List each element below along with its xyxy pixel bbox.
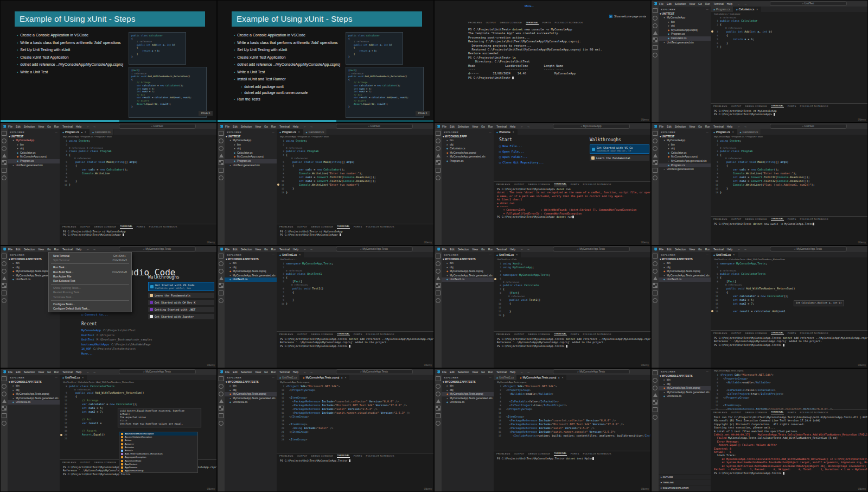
back-arrow-icon[interactable]: ←	[86, 370, 90, 374]
recent-item[interactable]: bootcampOAuthAppsC:\Projects\OAuthWebPag…	[81, 343, 152, 346]
code-editor[interactable]: 1using Xunit;2using MyConsoleApp;34names…	[494, 261, 650, 331]
walkthrough-card[interactable]: Learn the Fundamentals	[148, 293, 214, 298]
menu-help[interactable]: Help	[727, 125, 732, 128]
testing-icon[interactable]	[653, 45, 658, 50]
menu-edit[interactable]: Edit	[450, 248, 455, 251]
source-control-icon[interactable]	[2, 392, 7, 396]
tab-program-cs[interactable]: ◆Program.cs×	[711, 129, 737, 135]
tree-item-myconsoleapp[interactable]: ▾MyConsoleApp	[8, 138, 60, 143]
panel-tab-output[interactable]: OUTPUT	[297, 455, 308, 457]
video-progress-bar[interactable]	[1, 120, 216, 122]
menu-file[interactable]: File	[659, 125, 663, 128]
menu-item-run-selected-text[interactable]: Run Selected Text	[49, 279, 131, 283]
forward-arrow-icon[interactable]: →	[744, 248, 747, 251]
menu-terminal[interactable]: Terminal	[496, 125, 507, 128]
terminal-output[interactable]: PS C:\Projects\UnitTest> cd MyConsoleApp…	[60, 229, 216, 237]
tree-item-unittest1.cs[interactable]: ◆UnitTest1.cs	[442, 400, 494, 405]
tree-item-myconsoleapp.tests.generated.sln[interactable]: ▪MyConsoleApp.Tests.generated.sln	[659, 390, 711, 395]
menu-go[interactable]: Go	[264, 370, 268, 374]
panel-tab-output[interactable]: OUTPUT	[514, 183, 525, 186]
tab-program-cs[interactable]: ◆Program.cs●×	[60, 129, 90, 135]
testing-icon[interactable]	[436, 168, 441, 173]
back-arrow-icon[interactable]: ←	[520, 248, 524, 251]
code-editor[interactable]: 1<Project Sdk="Microsoft.NET.Sdk">10 </P…	[277, 384, 433, 453]
command-center-search[interactable]: ⌕ MyConsoleApp.Tests	[770, 247, 847, 251]
explorer-icon[interactable]	[2, 131, 7, 136]
tree-item-unittest.generated.sln[interactable]: ▪UnitTest.generated.sln	[659, 167, 711, 172]
panel-tab-debug-console[interactable]: DEBUG CONSOLE	[745, 218, 767, 220]
menu-help[interactable]: Help	[727, 2, 732, 5]
forward-arrow-icon[interactable]: →	[93, 125, 96, 128]
menu-edit[interactable]: Edit	[16, 125, 21, 128]
panel-tab-problems[interactable]: PROBLEMS	[62, 461, 76, 464]
search-icon[interactable]	[653, 138, 658, 143]
remote-icon[interactable]	[219, 298, 224, 303]
tree-item-program.cs[interactable]: ◆Program.cs	[659, 32, 711, 36]
extensions-icon[interactable]	[436, 283, 441, 288]
explorer-icon[interactable]	[436, 131, 441, 136]
explorer-icon[interactable]	[219, 131, 224, 136]
menu-run[interactable]: Run	[705, 2, 710, 5]
breadcrumb[interactable]: MyConsoleApp.Tests.csproj	[277, 380, 433, 384]
menu-go[interactable]: Go	[264, 125, 268, 128]
tab-close-icon[interactable]: ×	[82, 376, 84, 379]
search-icon[interactable]	[653, 378, 658, 383]
menu-view[interactable]: View	[255, 248, 261, 251]
extensions-icon[interactable]	[653, 160, 658, 165]
tab-calculator-cs[interactable]: ◆Calculator.cs	[90, 129, 114, 135]
breadcrumb[interactable]: UnitTest1.cs › CalculatorTests › Add_Wit…	[60, 380, 216, 384]
tree-item-bin[interactable]: ▸bin	[659, 20, 711, 24]
frame-slide-steps-2[interactable]: Example of Using xUnit - Steps▪Create a …	[217, 0, 434, 123]
menu-help[interactable]: Help	[76, 125, 81, 128]
search-icon[interactable]	[219, 384, 224, 389]
code-editor[interactable]: 0 references1public class Calculator2{ 0…	[711, 16, 867, 103]
remote-icon[interactable]	[2, 175, 7, 180]
more-actions-icon[interactable]: ⋯	[489, 376, 492, 379]
source-control-icon[interactable]	[653, 23, 658, 28]
menu-item-run-build-task-[interactable]: Run Build Task...Ctrl+Shift+B	[49, 270, 131, 274]
run-debug-icon[interactable]	[653, 31, 658, 35]
code-editor[interactable]: Start▢New File...▢Open File...▢Open Fold…	[494, 135, 650, 181]
recent-item[interactable]: UnitTestM:\Developer_Bootcamp\code_sampl…	[81, 338, 152, 341]
tab-myconsoleapp-tests-csproj[interactable]: ◆MyConsoleApp.Tests.csproj●×	[517, 375, 566, 380]
remote-icon[interactable]	[653, 298, 658, 303]
menu-item-configure-tasks-[interactable]: Configure Tasks...	[49, 302, 131, 306]
panel-tab-problems[interactable]: PROBLEMS	[468, 21, 482, 25]
run-debug-icon[interactable]	[436, 276, 441, 280]
panel-tab-output[interactable]: OUTPUT	[486, 21, 496, 25]
source-control-icon[interactable]	[436, 146, 441, 151]
menu-file[interactable]: File	[659, 2, 663, 5]
panel-tab-terminal[interactable]: TERMINAL	[771, 331, 784, 335]
menu-terminal[interactable]: Terminal	[496, 248, 507, 251]
explorer-icon[interactable]	[219, 254, 224, 258]
terminal-output[interactable]: PS C:\Projects\UnitTest\MyConsoleApp> do…	[494, 187, 650, 219]
frame-program-editing[interactable]: FileEditSelectionViewGoRunTerminalHelp←→…	[0, 123, 217, 245]
panel-tab-problems[interactable]: PROBLEMS	[496, 183, 510, 186]
command-center-search[interactable]: ⌕ UnitTest	[770, 1, 847, 6]
tree-item-bin[interactable]: ▸bin	[659, 143, 711, 147]
more-actions-icon[interactable]: ⋯	[272, 254, 275, 256]
command-center-search[interactable]: ⌕ MyConsoleApp.Tests	[119, 369, 196, 374]
menu-view[interactable]: View	[472, 125, 478, 128]
tab-program-cs[interactable]: ◆Program.cs×	[277, 129, 303, 135]
tree-item-obj[interactable]: ▸obj	[659, 266, 711, 270]
frame-csproj-visualstudio[interactable]: FileEditSelectionViewGoRunTerminalHelp←→…	[217, 368, 434, 492]
remote-icon[interactable]	[219, 421, 224, 426]
forward-arrow-icon[interactable]: →	[310, 370, 313, 374]
tree-item-unittest.generated.sln[interactable]: ▪UnitTest.generated.sln	[225, 163, 277, 168]
recent-item[interactable]: UnitTestC:\Projects	[81, 333, 152, 337]
panel-tab-terminal[interactable]: TERMINAL	[337, 225, 350, 229]
remote-icon[interactable]	[653, 175, 658, 180]
menu-help[interactable]: Help	[76, 248, 81, 251]
code-editor[interactable]: 1namespace MyConsoleApp.Tests;20 referen…	[277, 261, 433, 331]
menu-edit[interactable]: Edit	[16, 370, 21, 374]
remote-icon[interactable]	[436, 175, 441, 180]
forward-arrow-icon[interactable]: →	[93, 370, 96, 374]
frame-terminal-dotnet-new[interactable]: More...✓Show welcome page on staPROBLEMS…	[434, 0, 651, 123]
panel-tab-polyglot-notebook[interactable]: POLYGLOT NOTEBOOK	[555, 21, 583, 25]
back-arrow-icon[interactable]: ←	[737, 125, 741, 128]
search-icon[interactable]	[436, 261, 441, 266]
menu-selection[interactable]: Selection	[241, 125, 252, 128]
panel-tab-debug-console[interactable]: DEBUG CONSOLE	[528, 333, 550, 336]
panel-tab-terminal[interactable]: TERMINAL	[337, 454, 350, 458]
